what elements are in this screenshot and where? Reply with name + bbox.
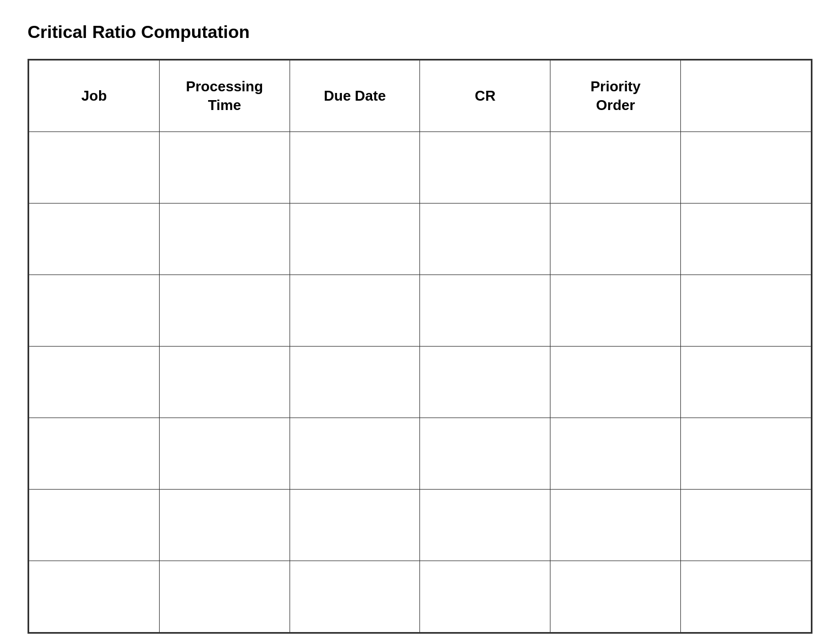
header-processing-time: ProcessingTime bbox=[159, 61, 290, 132]
cell-5-3 bbox=[420, 490, 550, 561]
table-row bbox=[29, 204, 811, 275]
cell-4-1 bbox=[159, 418, 290, 490]
cell-2-3 bbox=[420, 275, 550, 347]
cell-1-2 bbox=[290, 204, 420, 275]
cell-0-1 bbox=[159, 132, 290, 204]
table-row bbox=[29, 490, 811, 561]
cell-3-3 bbox=[420, 347, 550, 418]
cell-2-2 bbox=[290, 275, 420, 347]
cell-5-0 bbox=[29, 490, 160, 561]
cell-1-1 bbox=[159, 204, 290, 275]
cell-3-1 bbox=[159, 347, 290, 418]
cell-4-0 bbox=[29, 418, 160, 490]
table-row bbox=[29, 275, 811, 347]
cell-1-4 bbox=[550, 204, 681, 275]
cell-1-0 bbox=[29, 204, 160, 275]
cell-6-2 bbox=[290, 561, 420, 633]
cell-5-4 bbox=[550, 490, 681, 561]
table-row bbox=[29, 561, 811, 633]
page-title: Critical Ratio Computation bbox=[28, 22, 812, 42]
cell-3-0 bbox=[29, 347, 160, 418]
cell-3-2 bbox=[290, 347, 420, 418]
cell-2-5 bbox=[681, 275, 811, 347]
cell-3-4 bbox=[550, 347, 681, 418]
table-row bbox=[29, 418, 811, 490]
cell-6-0 bbox=[29, 561, 160, 633]
cell-0-2 bbox=[290, 132, 420, 204]
cell-0-5 bbox=[681, 132, 811, 204]
cell-4-4 bbox=[550, 418, 681, 490]
cell-2-0 bbox=[29, 275, 160, 347]
cell-6-1 bbox=[159, 561, 290, 633]
header-priority-order: PriorityOrder bbox=[550, 61, 681, 132]
cell-1-5 bbox=[681, 204, 811, 275]
table-wrapper: Job ProcessingTime Due Date CR PriorityO… bbox=[28, 59, 812, 634]
cell-4-2 bbox=[290, 418, 420, 490]
cell-2-1 bbox=[159, 275, 290, 347]
cell-5-5 bbox=[681, 490, 811, 561]
table-header-row: Job ProcessingTime Due Date CR PriorityO… bbox=[29, 61, 811, 132]
cell-6-3 bbox=[420, 561, 550, 633]
cell-5-2 bbox=[290, 490, 420, 561]
cell-6-5 bbox=[681, 561, 811, 633]
critical-ratio-table: Job ProcessingTime Due Date CR PriorityO… bbox=[29, 60, 811, 633]
table-row bbox=[29, 132, 811, 204]
cell-1-3 bbox=[420, 204, 550, 275]
cell-0-0 bbox=[29, 132, 160, 204]
cell-0-4 bbox=[550, 132, 681, 204]
header-due-date: Due Date bbox=[290, 61, 420, 132]
header-extra bbox=[681, 61, 811, 132]
cell-6-4 bbox=[550, 561, 681, 633]
cell-0-3 bbox=[420, 132, 550, 204]
cell-5-1 bbox=[159, 490, 290, 561]
cell-2-4 bbox=[550, 275, 681, 347]
cell-4-3 bbox=[420, 418, 550, 490]
header-job: Job bbox=[29, 61, 160, 132]
cell-4-5 bbox=[681, 418, 811, 490]
cell-3-5 bbox=[681, 347, 811, 418]
table-row bbox=[29, 347, 811, 418]
header-cr: CR bbox=[420, 61, 550, 132]
